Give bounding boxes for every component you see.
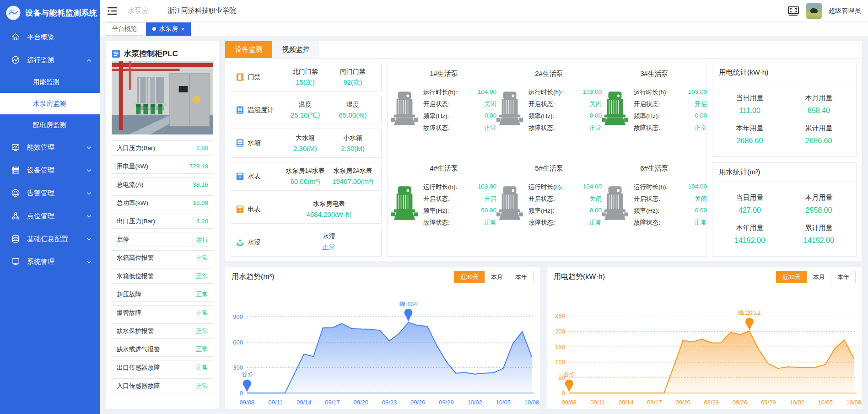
device-tab-视频监控[interactable]: 视频监控 [272,41,319,58]
sidebar-item-设备管理[interactable]: 设备管理 [0,159,100,182]
tab-平台概览[interactable]: 平台概览 [106,22,143,36]
pump-metric-value: 104.00 [583,183,602,191]
pump-metric-label: 开启状态: [634,195,660,203]
svg-text:谷:0: 谷:0 [242,371,253,378]
charts-row: 用水趋势(m³)近30天本月本年 030060090009/0809/1109/… [225,267,863,409]
sensor-metric: 水泵房1#水表60.00(m³) [281,167,329,185]
pump-metric-row: 频率(Hz):0.00 [634,112,707,120]
sensor-values: 水泵房1#水表60.00(m³)水泵房2#水表19407.00(m³) [281,167,377,185]
plc-panel-header: 水泵控制柜PLC [112,46,213,61]
electric-meter-icon [236,205,244,214]
sensor-values: 大水箱2.30(M)小水箱2.30(M) [281,134,377,152]
sensor-metric-label: 水浸 [281,232,377,241]
svg-text:09/17: 09/17 [647,399,662,406]
device-tab-设备监测[interactable]: 设备监测 [225,41,272,58]
pump-metric-label: 运行时长(h): [423,183,457,191]
breadcrumb-room[interactable]: 水泵房 [128,6,148,15]
stats-metric: 本月用量2958.00 [784,194,853,215]
plc-row-出口传感器故障: 出口传感器故障正常 [112,360,213,375]
sensor-name: 门禁 [248,73,261,81]
sidebar-collapse-icon[interactable] [107,6,118,16]
plc-row-label: 入口压力(Bar) [117,144,155,152]
water-meter-icon [236,172,244,181]
stats-metric-label: 本年用量 [715,124,784,133]
topbar: 水泵房 浙江同济科技职业学院 超级管理员 [100,0,868,22]
fullscreen-icon[interactable] [787,6,799,16]
range-button-本年[interactable]: 本年 [509,271,534,283]
plc-row-label: 出口传感器故障 [117,364,160,372]
sidebar-item-配电房监测[interactable]: 配电房监测 [0,114,100,136]
plc-row-label: 出口压力(Bar) [117,217,155,226]
chevron-down-icon [86,259,92,265]
pump-body: 运行时长(h):103.00开启状态:开启频率(Hz):50.00故障状态:正常 [391,179,496,231]
pump-metrics: 运行时长(h):104.00开启状态:关闭频率(Hz):0.00故障状态:正常 [528,179,602,231]
water-tank-icon [236,139,244,147]
sidebar-item-label: 运行监测 [27,56,54,65]
plc-row-label: 水箱高位报警 [117,254,154,262]
svg-text:09/23: 09/23 [704,399,719,406]
plc-row-缺水或进气报警: 缺水或进气报警正常 [112,342,213,357]
stats-metric: 本年用量14192.00 [715,224,784,245]
range-button-本月[interactable]: 本月 [807,271,831,283]
app-root: 设备与能耗监测系统 平台概览运行监测用能监测水泵房监测配电房监测能效管理设备管理… [0,0,868,414]
pump-metric-label: 运行时长(h): [634,183,668,191]
system-icon [11,257,20,266]
pump-unit-4#生活泵: 4#生活泵 运行时长(h):103.00开启状态:开启频率(Hz):50.00故… [391,160,496,254]
pump-metric-label: 故障状态: [528,219,555,227]
username[interactable]: 超级管理员 [829,7,861,15]
sensor-card-门禁: 门禁北门门禁15(次)南门门禁92(次) [231,63,382,91]
range-button-近30天[interactable]: 近30天 [454,271,485,283]
pump-metric-row: 频率(Hz):0.00 [528,112,602,120]
tab-close-icon[interactable]: × [181,26,185,32]
tab-水泵房[interactable]: 水泵房× [146,22,191,36]
plc-panel-title: 水泵控制柜PLC [124,48,178,59]
sidebar-item-能效管理[interactable]: 能效管理 [0,136,100,159]
range-button-本月[interactable]: 本月 [485,271,509,283]
sensor-metric-label: 水泵房1#水表 [281,167,329,175]
sidebar-item-水泵房监测[interactable]: 水泵房监测 [0,93,100,114]
pump-off-icon [602,186,628,224]
plc-row-value: 1.80 [196,145,208,151]
plc-row-value: 正常 [196,327,208,335]
svg-text:600: 600 [233,339,243,346]
door-access-icon [236,73,244,81]
plc-row-入口压力(Bar): 入口压力(Bar)1.80 [112,140,213,156]
sidebar-item-平台概览[interactable]: 平台概览 [0,26,100,48]
pump-metric-value: 关闭 [695,195,707,203]
plc-row-value: 正常 [196,345,208,354]
sidebar-item-点位管理[interactable]: 点位管理 [0,204,100,227]
stats-panel-用电统计(kW·h): 用电统计(kW·h)当日用量111.00本月用量858.40本年用量2686.6… [712,63,857,157]
pump-metric-row: 运行时长(h):104.00 [423,88,496,97]
svg-text:150: 150 [555,344,565,350]
plc-row-value: 正常 [196,309,208,317]
sidebar-item-系统管理[interactable]: 系统管理 [0,250,100,273]
chart-header: 用水趋势(m³)近30天本月本年 [225,267,540,287]
pump-metric-row: 频率(Hz):0.00 [528,207,602,215]
sidebar-item-运行监测[interactable]: 运行监测 [0,48,100,71]
sidebar-item-label: 告警管理 [27,189,54,198]
svg-text:09/08: 09/08 [240,399,254,406]
sidebar-item-label: 点位管理 [27,212,54,220]
stats-metric: 累计用量14192.00 [784,224,853,245]
svg-text:峰:200.2: 峰:200.2 [738,309,760,316]
plc-row-value: 正常 [196,382,208,390]
range-button-本年[interactable]: 本年 [831,271,856,283]
pump-icon [602,91,628,127]
sensor-name: 水浸 [248,238,261,247]
sidebar-item-用能监测[interactable]: 用能监测 [0,71,100,93]
pump-metrics: 运行时长(h):103.00开启状态:关闭频率(Hz):0.00故障状态:正常 [528,85,602,136]
sensor-metric-label: 水泵房2#水表 [329,167,377,175]
sensor-id: 温湿度计 [236,106,281,114]
sidebar-item-告警管理[interactable]: 告警管理 [0,182,100,204]
pump-metric-row: 开启状态:关闭 [528,100,602,108]
range-button-近30天[interactable]: 近30天 [776,271,807,283]
avatar[interactable] [806,3,822,19]
plc-row-label: 总功率(kW) [117,199,148,207]
pump-body: 运行时长(h):103.00开启状态:关闭频率(Hz):0.00故障状态:正常 [496,85,602,136]
sidebar-item-基础信息配置[interactable]: 基础信息配置 [0,227,100,250]
peak-marker: 峰:834 [399,301,417,322]
pump-metric-label: 开启状态: [634,100,660,108]
sensor-metric-value: 60.00(m³) [281,177,329,185]
chart-plot: 05010015020025009/0809/1109/1409/1709/20… [547,287,862,409]
water-leak-icon [236,238,244,247]
